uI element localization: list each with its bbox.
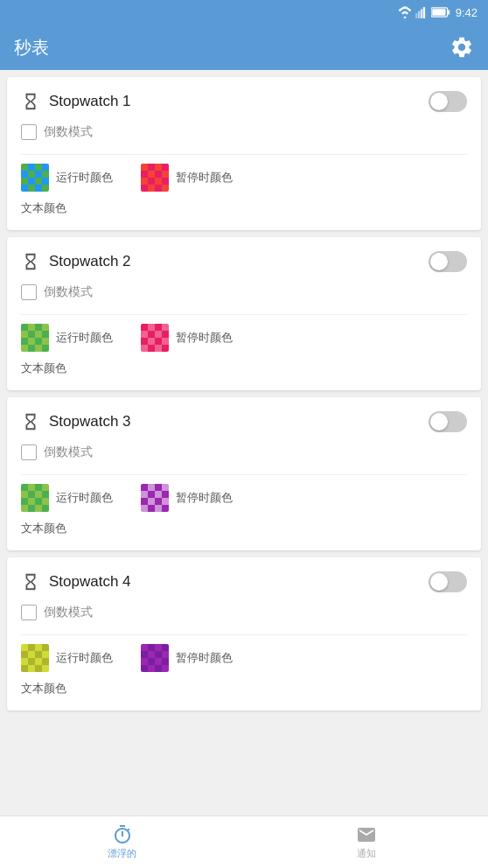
hourglass-icon-2 (21, 252, 40, 271)
hourglass-icon-3 (21, 412, 40, 431)
sw-header-left-4: Stopwatch 4 (21, 572, 131, 592)
sw-toggle-2[interactable] (429, 251, 467, 272)
countdown-row-3: 倒数模式 (21, 444, 467, 460)
countdown-checkbox-1[interactable] (21, 124, 37, 140)
app-bar: 秒表 (0, 24, 488, 70)
countdown-label-3: 倒数模式 (44, 444, 93, 460)
text-color-label-3: 文本颜色 (21, 521, 66, 536)
pause-color-label-2: 暂停时颜色 (176, 330, 233, 346)
stopwatch-card-2: Stopwatch 2 倒数模式 运行时颜色 暂停时颜色 文本颜色 (7, 237, 481, 390)
signal-icon (415, 6, 428, 18)
countdown-label-2: 倒数模式 (44, 284, 93, 300)
app-title: 秒表 (14, 36, 49, 60)
countdown-checkbox-2[interactable] (21, 284, 37, 300)
pause-color-label-4: 暂停时颜色 (176, 650, 233, 666)
pause-color-item-4[interactable]: 暂停时颜色 (141, 644, 233, 672)
run-color-label-2: 运行时颜色 (56, 330, 113, 346)
text-color-row-2[interactable]: 文本颜色 (21, 360, 467, 376)
pause-color-swatch-1 (141, 164, 169, 192)
sw-title-2: Stopwatch 2 (49, 253, 131, 270)
countdown-label-1: 倒数模式 (44, 124, 93, 140)
run-color-swatch-4 (21, 644, 49, 672)
nav-item-floating[interactable]: 漂浮的 (0, 816, 244, 868)
sw-title-3: Stopwatch 3 (49, 413, 131, 430)
countdown-row-2: 倒数模式 (21, 284, 467, 300)
run-color-swatch-3 (21, 484, 49, 512)
run-color-label-3: 运行时颜色 (56, 490, 113, 506)
status-bar: 9:42 (0, 0, 488, 24)
text-color-row-1[interactable]: 文本颜色 (21, 200, 467, 216)
pause-color-swatch-3 (141, 484, 169, 512)
nav-item-notification[interactable]: 通知 (244, 816, 488, 868)
color-row-3: 运行时颜色 暂停时颜色 (21, 484, 467, 512)
main-content: Stopwatch 1 倒数模式 运行时颜色 暂停时颜色 文本颜色 (0, 70, 488, 816)
sw-header-2: Stopwatch 2 (21, 251, 467, 272)
settings-icon[interactable] (450, 35, 474, 60)
run-color-label-4: 运行时颜色 (56, 650, 113, 666)
sw-header-4: Stopwatch 4 (21, 571, 467, 592)
run-color-label-1: 运行时颜色 (56, 170, 113, 186)
nav-label-floating: 漂浮的 (108, 847, 136, 860)
countdown-label-4: 倒数模式 (44, 605, 93, 620)
text-color-label-1: 文本颜色 (21, 200, 66, 216)
wifi-icon (398, 6, 412, 18)
svg-rect-0 (415, 13, 417, 18)
sw-header-1: Stopwatch 1 (21, 91, 467, 112)
run-color-item-4[interactable]: 运行时颜色 (21, 644, 113, 672)
sw-header-left-2: Stopwatch 2 (21, 252, 131, 271)
sw-header-3: Stopwatch 3 (21, 411, 467, 432)
text-color-row-3[interactable]: 文本颜色 (21, 521, 467, 536)
pause-color-label-3: 暂停时颜色 (176, 490, 233, 506)
hourglass-icon-4 (21, 572, 40, 592)
pause-color-item-2[interactable]: 暂停时颜色 (141, 324, 233, 352)
run-color-item-1[interactable]: 运行时颜色 (21, 164, 113, 192)
pause-color-item-3[interactable]: 暂停时颜色 (141, 484, 233, 512)
countdown-row-4: 倒数模式 (21, 605, 467, 620)
pause-color-label-1: 暂停时颜色 (176, 170, 233, 186)
stopwatch-card-4: Stopwatch 4 倒数模式 运行时颜色 暂停时颜色 文本颜色 (7, 557, 481, 710)
divider-2 (21, 314, 467, 315)
color-row-1: 运行时颜色 暂停时颜色 (21, 164, 467, 192)
countdown-checkbox-3[interactable] (21, 444, 37, 460)
text-color-row-4[interactable]: 文本颜色 (21, 681, 467, 696)
status-icons (398, 6, 450, 18)
stopwatch-card-1: Stopwatch 1 倒数模式 运行时颜色 暂停时颜色 文本颜色 (7, 77, 481, 230)
sw-toggle-4[interactable] (429, 571, 467, 592)
divider-3 (21, 474, 467, 475)
sw-toggle-3[interactable] (429, 411, 467, 432)
stopwatch-nav-icon (112, 824, 133, 845)
sw-toggle-1[interactable] (429, 91, 467, 112)
status-time: 9:42 (456, 6, 478, 19)
hourglass-icon-1 (21, 92, 40, 111)
divider-1 (21, 154, 467, 155)
svg-rect-1 (418, 11, 420, 18)
battery-icon (431, 7, 450, 18)
run-color-item-2[interactable]: 运行时颜色 (21, 324, 113, 352)
color-row-4: 运行时颜色 暂停时颜色 (21, 644, 467, 672)
notification-nav-icon (356, 824, 377, 845)
color-row-2: 运行时颜色 暂停时颜色 (21, 324, 467, 352)
run-color-swatch-1 (21, 164, 49, 192)
svg-rect-6 (432, 9, 445, 16)
countdown-row-1: 倒数模式 (21, 124, 467, 140)
run-color-item-3[interactable]: 运行时颜色 (21, 484, 113, 512)
bottom-nav: 漂浮的 通知 (0, 816, 488, 868)
pause-color-item-1[interactable]: 暂停时颜色 (141, 164, 233, 192)
svg-rect-3 (422, 7, 424, 18)
pause-color-swatch-2 (141, 324, 169, 352)
countdown-checkbox-4[interactable] (21, 605, 37, 620)
text-color-label-2: 文本颜色 (21, 360, 66, 376)
svg-rect-5 (448, 10, 450, 14)
sw-header-left-3: Stopwatch 3 (21, 412, 131, 431)
divider-4 (21, 634, 467, 635)
pause-color-swatch-4 (141, 644, 169, 672)
nav-label-notification: 通知 (357, 847, 376, 860)
text-color-label-4: 文本颜色 (21, 681, 66, 696)
stopwatch-card-3: Stopwatch 3 倒数模式 运行时颜色 暂停时颜色 文本颜色 (7, 397, 481, 550)
run-color-swatch-2 (21, 324, 49, 352)
sw-header-left-1: Stopwatch 1 (21, 92, 131, 111)
sw-title-1: Stopwatch 1 (49, 93, 131, 110)
svg-rect-2 (421, 10, 422, 19)
sw-title-4: Stopwatch 4 (49, 573, 131, 591)
